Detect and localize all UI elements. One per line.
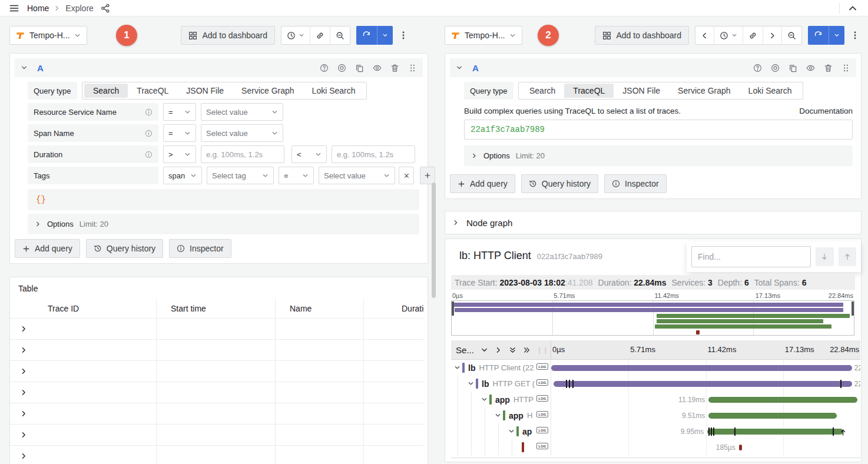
add-query-button[interactable]: Add query xyxy=(450,174,515,193)
breadcrumb-home[interactable]: Home xyxy=(27,4,49,13)
span-timeline-cell[interactable]: 22 xyxy=(551,376,860,392)
span-row[interactable]: lb HTTP Client (22 LOG 22 xyxy=(451,360,860,376)
span-name-cell[interactable]: ap LOG xyxy=(451,423,551,439)
service-column-header[interactable]: Se... xyxy=(456,345,474,355)
query-type-tab-traceql[interactable]: TraceQL xyxy=(128,84,177,98)
documentation-link[interactable]: Documentation xyxy=(799,107,853,115)
duplicate-query-icon[interactable] xyxy=(355,64,364,72)
minimap-viewport-handle[interactable] xyxy=(452,301,454,316)
inspector-button[interactable]: Inspector xyxy=(169,239,231,258)
span-bar[interactable] xyxy=(707,429,843,435)
datasource-picker-left[interactable]: Tempo-H... xyxy=(9,26,87,45)
query-help-icon[interactable] xyxy=(320,64,329,72)
span-row[interactable]: app H LOG 9.51ms xyxy=(451,407,860,423)
col-header-trace-id[interactable]: Trace ID xyxy=(37,299,156,318)
permalink-button[interactable] xyxy=(743,26,763,44)
add-to-dashboard-button[interactable]: Add to dashboard xyxy=(595,26,689,45)
row-expander[interactable] xyxy=(10,403,37,424)
col-header-start-time[interactable]: Start time xyxy=(156,299,275,318)
span-logs-icon[interactable]: LOG xyxy=(536,427,548,433)
query-disable-icon[interactable] xyxy=(337,64,346,72)
span-row[interactable]: lb HTTP GET ( LOG 22 xyxy=(451,376,860,392)
duration-min-input[interactable] xyxy=(201,145,284,163)
duration-min-operator-select[interactable]: > xyxy=(163,145,196,163)
chevron-right-icon[interactable] xyxy=(495,346,502,354)
span-row[interactable]: LOG 185µs xyxy=(451,439,860,455)
span-collapse-icon[interactable] xyxy=(508,428,515,435)
span-timeline-cell[interactable]: 11.19ms xyxy=(551,392,860,407)
hide-response-icon[interactable] xyxy=(373,64,382,72)
breadcrumb-explore[interactable]: Explore xyxy=(65,4,93,13)
query-type-tab-loki-search[interactable]: Loki Search xyxy=(740,84,801,98)
find-next-button[interactable] xyxy=(816,247,834,266)
service-name-operator-select[interactable]: = xyxy=(163,103,196,121)
query-history-button[interactable]: Query history xyxy=(521,174,598,193)
query-type-tab-json-file[interactable]: JSON File xyxy=(614,84,669,98)
span-row[interactable]: ap LOG 9.95ms xyxy=(451,423,860,439)
row-expander[interactable] xyxy=(10,318,37,339)
tag-operator-select[interactable]: = xyxy=(279,167,314,184)
span-timeline-cell[interactable]: 9.51ms xyxy=(551,407,860,423)
span-logs-icon[interactable]: LOG xyxy=(536,363,548,370)
hide-response-icon[interactable] xyxy=(806,64,815,72)
datasource-picker-right[interactable]: Tempo-H... xyxy=(445,26,522,45)
split-pane-resize-handle[interactable] xyxy=(432,183,436,298)
drag-handle-icon[interactable] xyxy=(408,64,417,72)
permalink-button[interactable] xyxy=(310,26,330,44)
query-type-tab-search[interactable]: Search xyxy=(84,84,128,98)
duplicate-query-icon[interactable] xyxy=(789,64,797,72)
tag-value-select[interactable]: Select value xyxy=(319,167,395,184)
share-icon[interactable] xyxy=(101,4,110,13)
run-query-button-right[interactable] xyxy=(808,26,844,45)
menu-icon[interactable] xyxy=(9,4,19,13)
time-shift-forward-button[interactable] xyxy=(763,26,781,44)
span-name-cell[interactable]: lb HTTP GET ( LOG xyxy=(451,376,551,392)
collapse-query-icon[interactable] xyxy=(21,64,28,71)
query-type-tab-json-file[interactable]: JSON File xyxy=(177,84,233,98)
more-options-icon[interactable] xyxy=(850,31,860,40)
caret-up-icon[interactable] xyxy=(848,4,857,13)
span-logs-icon[interactable]: LOG xyxy=(536,395,548,402)
duration-max-operator-select[interactable]: < xyxy=(291,145,327,163)
duration-max-input[interactable] xyxy=(332,145,415,163)
query-history-button[interactable]: Query history xyxy=(86,239,163,258)
span-bar[interactable] xyxy=(554,381,852,387)
trace-minimap[interactable] xyxy=(451,300,854,336)
span-logs-icon[interactable]: LOG xyxy=(536,379,548,386)
query-type-tab-search[interactable]: Search xyxy=(521,84,564,98)
collapse-all-icon[interactable] xyxy=(509,346,516,354)
service-name-value-select[interactable]: Select value xyxy=(201,103,283,121)
col-header-name[interactable]: Name xyxy=(275,299,363,318)
span-name-cell[interactable]: app H LOG xyxy=(451,407,551,423)
tag-scope-select[interactable]: span xyxy=(163,167,202,184)
refresh-icon-button[interactable] xyxy=(808,26,829,45)
more-options-icon[interactable] xyxy=(399,31,408,40)
span-bar[interactable] xyxy=(739,445,742,450)
span-bar[interactable] xyxy=(708,397,857,403)
span-bar[interactable] xyxy=(708,413,837,419)
span-collapse-icon[interactable] xyxy=(481,396,488,403)
span-timeline-cell[interactable]: 185µs xyxy=(551,439,860,455)
time-picker-button[interactable] xyxy=(281,26,310,44)
zoom-out-button[interactable] xyxy=(781,26,801,44)
remove-query-icon[interactable] xyxy=(824,64,833,72)
query-type-tab-loki-search[interactable]: Loki Search xyxy=(303,84,365,98)
find-input[interactable] xyxy=(691,246,811,267)
span-name-value-select[interactable]: Select value xyxy=(201,124,283,142)
time-shift-back-button[interactable] xyxy=(695,26,714,44)
query-row-header[interactable]: A xyxy=(450,58,856,77)
row-expander[interactable] xyxy=(10,445,37,464)
row-expander[interactable] xyxy=(10,360,37,382)
span-logs-icon[interactable]: LOG xyxy=(536,411,548,417)
query-row-header[interactable]: A xyxy=(15,58,423,77)
span-collapse-icon[interactable] xyxy=(495,412,501,419)
refresh-interval-dropdown[interactable] xyxy=(829,26,844,45)
chevron-down-icon[interactable] xyxy=(481,346,488,354)
remove-query-icon[interactable] xyxy=(390,64,399,72)
span-logs-icon[interactable]: LOG xyxy=(536,443,548,449)
refresh-interval-dropdown[interactable] xyxy=(377,26,393,45)
expand-all-icon[interactable] xyxy=(523,346,531,354)
span-collapse-icon[interactable] xyxy=(468,380,474,387)
query-type-tab-service-graph[interactable]: Service Graph xyxy=(669,84,739,98)
span-name-cell[interactable]: app HTTP LOG xyxy=(451,392,551,407)
